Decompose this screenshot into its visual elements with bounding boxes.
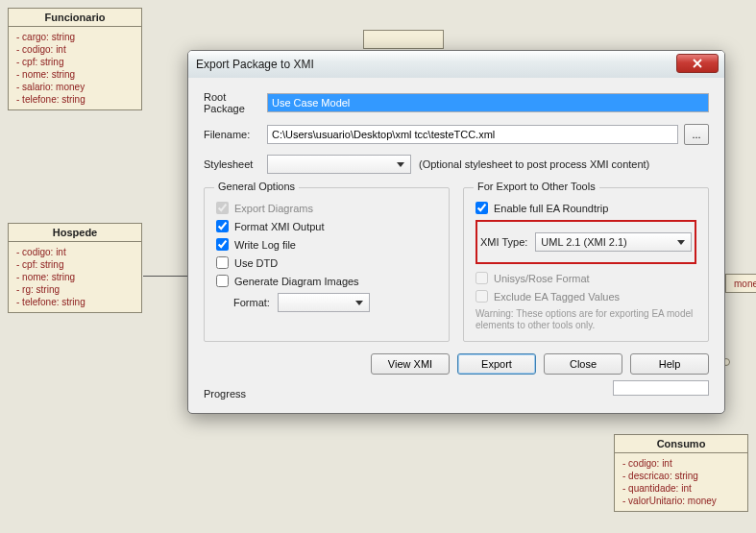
group-legend: For Export to Other Tools — [474, 181, 599, 192]
uml-class-hospede: Hospede codigo: intcpf: stringnome: stri… — [8, 223, 142, 313]
root-package-label: Root Package — [204, 91, 267, 114]
unisys-checkbox: Unisys/Rose Format — [476, 272, 696, 284]
class-attribute: rg: string — [16, 283, 134, 296]
class-attributes: codigo: intcpf: stringnome: stringrg: st… — [9, 242, 141, 312]
close-button[interactable] — [676, 54, 719, 73]
use-dtd-checkbox[interactable]: Use DTD — [216, 256, 437, 269]
format-combo[interactable] — [278, 293, 370, 312]
export-button[interactable]: Export — [457, 353, 536, 375]
exclude-tagged-checkbox: Exclude EA Tagged Values — [476, 290, 696, 303]
format-label: Format: — [233, 297, 270, 308]
filename-input[interactable] — [267, 125, 678, 144]
class-attributes: cargo: stringcodigo: intcpf: stringnome:… — [9, 27, 141, 109]
write-log-checkbox[interactable]: Write Log file — [216, 238, 437, 251]
class-attribute: telefone: string — [16, 296, 134, 308]
stylesheet-combo[interactable] — [267, 155, 411, 174]
enable-roundtrip-checkbox[interactable]: Enable full EA Roundtrip — [476, 202, 696, 214]
group-legend: General Options — [214, 181, 299, 192]
class-attribute: codigo: int — [622, 457, 740, 470]
dialog-title: Export Package to XMI — [196, 58, 314, 71]
filename-label: Filename: — [204, 129, 267, 140]
xmi-type-label: XMI Type: — [480, 236, 527, 248]
close-dialog-button[interactable]: Close — [544, 353, 622, 375]
class-title: Hospede — [9, 224, 141, 242]
class-attribute: nome: string — [16, 68, 134, 81]
export-warning: Warning: These options are for exporting… — [476, 308, 696, 331]
export-xmi-dialog: Export Package to XMI Root Package Filen… — [187, 50, 725, 414]
uml-class-funcionario: Funcionario cargo: stringcodigo: intcpf:… — [8, 8, 142, 110]
root-package-input[interactable] — [267, 93, 709, 112]
class-attribute: valorUnitario: money — [622, 495, 740, 507]
generate-images-checkbox[interactable]: Generate Diagram Images — [216, 275, 437, 287]
class-attribute: salario: money — [16, 81, 134, 93]
class-attribute: quantidade: int — [622, 482, 740, 495]
class-attribute: nome: string — [16, 271, 134, 283]
general-options-group: General Options Export Diagrams Format X… — [204, 187, 450, 342]
class-attribute: codigo: int — [16, 43, 134, 56]
xmi-type-highlight: XMI Type: UML 2.1 (XMI 2.1) — [476, 220, 696, 264]
class-title: Consumo — [615, 435, 747, 453]
progress-label: Progress — [204, 388, 246, 400]
uml-class-fragment-top — [363, 30, 444, 49]
progress-bar — [613, 380, 709, 396]
help-button[interactable]: Help — [630, 353, 709, 375]
xmi-type-combo[interactable]: UML 2.1 (XMI 2.1) — [535, 232, 692, 252]
class-attribute: codigo: int — [16, 246, 134, 258]
class-attribute: cpf: string — [16, 258, 134, 271]
class-attribute: cpf: string — [16, 56, 134, 68]
format-xmi-checkbox[interactable]: Format XMI Output — [216, 220, 437, 232]
connector-line — [143, 276, 189, 277]
export-other-tools-group: For Export to Other Tools Enable full EA… — [463, 187, 709, 342]
class-attribute: descricao: string — [622, 470, 740, 482]
uml-class-fragment: money — [725, 274, 756, 293]
export-diagrams-checkbox: Export Diagrams — [216, 202, 437, 214]
class-title: Funcionario — [9, 9, 141, 27]
class-attributes: codigo: intdescricao: stringquantidade: … — [615, 453, 747, 511]
class-attribute: telefone: string — [16, 93, 134, 106]
titlebar[interactable]: Export Package to XMI — [188, 51, 724, 78]
close-icon — [693, 59, 702, 68]
class-attribute: cargo: string — [16, 31, 134, 43]
view-xmi-button[interactable]: View XMI — [371, 353, 450, 375]
stylesheet-note: (Optional stylesheet to post process XMI… — [419, 158, 649, 170]
browse-button[interactable]: ... — [684, 124, 709, 145]
stylesheet-label: Stylesheet — [204, 158, 267, 170]
uml-class-consumo: Consumo codigo: intdescricao: stringquan… — [614, 434, 748, 512]
